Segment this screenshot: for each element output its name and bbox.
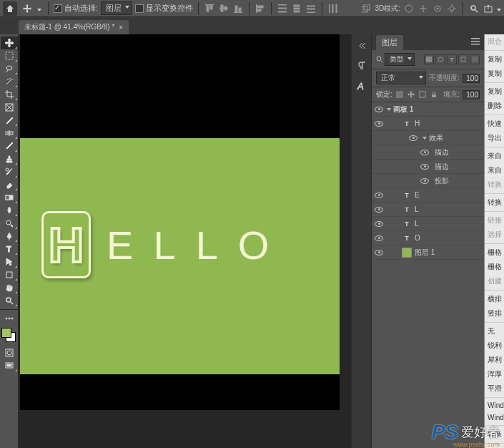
type-tool[interactable]: T: [1, 243, 18, 255]
stamp-tool[interactable]: [1, 152, 18, 165]
align-left-icon[interactable]: [255, 3, 266, 14]
lock-pixels-icon[interactable]: [395, 90, 404, 99]
menu-item[interactable]: 快速: [485, 117, 504, 131]
expand-panel-icon[interactable]: [355, 39, 369, 53]
visibility-icon[interactable]: [420, 150, 429, 155]
move-tool-dropdown-icon[interactable]: [37, 4, 43, 13]
auto-select-checkbox[interactable]: 自动选择:: [54, 3, 98, 14]
layer-l2[interactable]: TL: [372, 217, 484, 231]
pan-icon[interactable]: [417, 3, 429, 14]
move-tool[interactable]: [1, 36, 18, 49]
align-bottom-icon[interactable]: [232, 3, 244, 14]
filter-type-dropdown[interactable]: 类型: [385, 53, 415, 66]
menu-item[interactable]: 复制: [485, 67, 504, 81]
paragraph-panel-icon[interactable]: [355, 59, 369, 73]
lock-artboard-icon[interactable]: [418, 90, 427, 99]
distribute-top-icon[interactable]: [277, 3, 288, 14]
canvas-area[interactable]: H E L L O: [19, 34, 351, 448]
menu-item[interactable]: Wind: [485, 412, 504, 424]
opacity-input[interactable]: [463, 74, 480, 83]
visibility-icon[interactable]: [375, 250, 383, 255]
filter-shape-icon[interactable]: [458, 54, 468, 64]
menu-item[interactable]: 浑厚: [485, 367, 504, 381]
menu-item[interactable]: 犀利: [485, 353, 504, 367]
slide-icon[interactable]: [432, 3, 443, 14]
workspace-dropdown-icon[interactable]: [497, 4, 501, 13]
color-swatches[interactable]: [1, 328, 16, 344]
filter-adjust-icon[interactable]: [435, 54, 445, 64]
fill-input[interactable]: [463, 90, 480, 99]
layer-e[interactable]: TE: [372, 188, 484, 203]
layer-h[interactable]: TH: [372, 117, 484, 131]
eyedropper-tool[interactable]: [1, 114, 18, 127]
hand-tool[interactable]: [1, 281, 18, 294]
frame-tool[interactable]: [1, 101, 18, 114]
foreground-color[interactable]: [1, 328, 11, 338]
distribute-bottom-icon[interactable]: [305, 3, 317, 14]
pen-tool[interactable]: [1, 230, 18, 243]
path-select-tool[interactable]: [1, 255, 18, 268]
layer-stroke2[interactable]: 描边: [372, 160, 484, 174]
blend-mode-select[interactable]: 正常: [376, 72, 426, 84]
menu-item[interactable]: 来自: [485, 149, 504, 163]
lock-position-icon[interactable]: [407, 90, 415, 99]
layer-l1[interactable]: TL: [372, 203, 484, 217]
filter-type-icon[interactable]: T: [447, 54, 457, 64]
crop-tool[interactable]: [1, 88, 18, 101]
menu-item[interactable]: 栅格: [485, 245, 504, 260]
visibility-icon[interactable]: [420, 164, 429, 170]
history-brush-tool[interactable]: [1, 165, 18, 178]
home-icon[interactable]: [3, 1, 17, 16]
document-tab[interactable]: 未标题-1 @ 41.4%(RGB/8) * ×: [19, 20, 129, 34]
character-panel-icon[interactable]: A: [355, 79, 369, 93]
menu-item[interactable]: 来自: [485, 163, 504, 177]
brush-tool[interactable]: [1, 140, 18, 152]
quickmask-icon[interactable]: [1, 346, 18, 359]
visibility-icon[interactable]: [375, 235, 383, 241]
zoom-tool[interactable]: [1, 294, 18, 307]
panel-menu-icon[interactable]: [471, 38, 480, 47]
distribute-left-icon[interactable]: [327, 3, 339, 14]
menu-item[interactable]: 平滑: [485, 381, 504, 396]
menu-item[interactable]: 无: [485, 324, 504, 339]
visibility-icon[interactable]: [409, 135, 417, 141]
eraser-tool[interactable]: [1, 178, 18, 191]
auto-select-target-dropdown[interactable]: 图层: [101, 1, 132, 15]
visibility-icon[interactable]: [420, 178, 429, 184]
healing-tool[interactable]: [1, 127, 18, 140]
layer-o[interactable]: TO: [372, 231, 484, 245]
menu-item[interactable]: 栅格: [485, 260, 504, 274]
filter-smart-icon[interactable]: [470, 54, 480, 64]
wand-tool[interactable]: [1, 75, 18, 88]
visibility-icon[interactable]: [375, 193, 383, 198]
show-transform-checkbox[interactable]: 显示变换控件: [135, 3, 193, 14]
search-icon[interactable]: [468, 3, 480, 14]
align-vcenter-icon[interactable]: [218, 3, 229, 14]
dodge-tool[interactable]: [1, 217, 18, 230]
menu-item[interactable]: 删除: [485, 99, 504, 113]
gradient-tool[interactable]: [1, 191, 18, 204]
menu-item[interactable]: 横排: [485, 292, 504, 306]
visibility-icon[interactable]: [375, 207, 383, 213]
visibility-icon[interactable]: [375, 221, 383, 227]
visibility-icon[interactable]: [375, 121, 383, 127]
orbit-icon[interactable]: [403, 3, 415, 14]
3d-icon[interactable]: [360, 3, 372, 14]
lasso-tool[interactable]: [1, 62, 18, 75]
menu-item[interactable]: 锐利: [485, 339, 504, 353]
align-top-icon[interactable]: [204, 3, 215, 14]
layers-tab[interactable]: 图层: [376, 35, 403, 50]
marquee-tool[interactable]: [1, 49, 18, 62]
layer-bg[interactable]: 图层 1: [372, 245, 484, 260]
shape-tool[interactable]: [1, 268, 18, 281]
share-icon[interactable]: [483, 3, 494, 14]
layer-shadow[interactable]: 投影: [372, 174, 484, 188]
visibility-icon[interactable]: [375, 107, 383, 112]
distribute-vcenter-icon[interactable]: [291, 3, 302, 14]
close-icon[interactable]: ×: [119, 24, 123, 31]
edit-toolbar-icon[interactable]: [1, 312, 18, 325]
blur-tool[interactable]: [1, 204, 18, 217]
menu-item[interactable]: 转换: [485, 427, 504, 442]
layer-stroke1[interactable]: 描边: [372, 145, 484, 160]
menu-item[interactable]: 转换: [485, 195, 504, 210]
